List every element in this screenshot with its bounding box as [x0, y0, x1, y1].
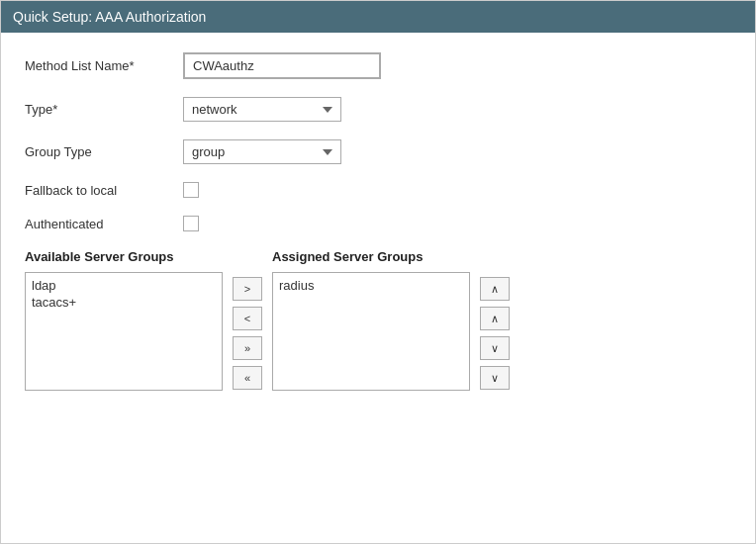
remove-button[interactable]: <: [233, 307, 262, 330]
server-groups-section: Available Server Groups ldap tacacs+ > <…: [25, 249, 731, 391]
available-server-groups-col: Available Server Groups ldap tacacs+: [25, 249, 223, 391]
type-select[interactable]: network exec commands: [183, 97, 341, 122]
order-col: ∧ ∧ ∨ ∨: [480, 277, 510, 390]
type-row: Type* network exec commands: [25, 97, 731, 122]
assigned-server-groups-label: Assigned Server Groups: [272, 249, 470, 264]
window-title: Quick Setup: AAA Authorization: [13, 9, 206, 25]
authenticated-checkbox[interactable]: [183, 216, 199, 231]
group-type-select[interactable]: group local: [183, 139, 341, 164]
available-server-groups-label: Available Server Groups: [25, 249, 223, 264]
remove-all-icon: «: [244, 372, 250, 384]
method-list-name-row: Method List Name*: [25, 52, 731, 79]
authenticated-label: Authenticated: [25, 217, 183, 231]
available-server-list[interactable]: ldap tacacs+: [25, 272, 223, 391]
list-item[interactable]: radius: [277, 277, 465, 294]
assigned-server-groups-col: Assigned Server Groups radius: [272, 249, 470, 391]
method-list-name-label: Method List Name*: [25, 58, 183, 73]
move-up-icon: ∧: [491, 313, 499, 325]
group-type-row: Group Type group local: [25, 139, 731, 164]
fallback-label: Fallback to local: [25, 183, 183, 198]
main-window: Quick Setup: AAA Authorization Method Li…: [0, 0, 756, 544]
move-top-icon: ∧: [491, 283, 499, 296]
add-all-button[interactable]: »: [233, 336, 262, 360]
type-label: Type*: [25, 102, 183, 117]
title-bar: Quick Setup: AAA Authorization: [1, 1, 755, 33]
arrows-col: > < » «: [233, 277, 262, 390]
move-up-button[interactable]: ∧: [480, 307, 510, 330]
list-item[interactable]: tacacs+: [30, 294, 218, 311]
move-bottom-button[interactable]: ∨: [480, 366, 510, 390]
add-icon: >: [244, 283, 250, 295]
move-down-button[interactable]: ∨: [480, 336, 510, 360]
move-top-button[interactable]: ∧: [480, 277, 510, 301]
fallback-checkbox[interactable]: [183, 182, 199, 198]
content-area: Method List Name* Type* network exec com…: [1, 33, 755, 410]
add-all-icon: »: [244, 342, 250, 354]
group-type-label: Group Type: [25, 144, 183, 159]
move-down-icon: ∨: [491, 342, 499, 355]
remove-all-button[interactable]: «: [233, 366, 262, 390]
add-button[interactable]: >: [233, 277, 262, 301]
method-list-name-input[interactable]: [183, 52, 381, 79]
authenticated-row: Authenticated: [25, 216, 731, 231]
list-item[interactable]: ldap: [30, 277, 218, 294]
move-bottom-icon: ∨: [491, 372, 499, 385]
fallback-row: Fallback to local: [25, 182, 731, 198]
remove-icon: <: [244, 313, 250, 324]
assigned-server-list[interactable]: radius: [272, 272, 470, 391]
